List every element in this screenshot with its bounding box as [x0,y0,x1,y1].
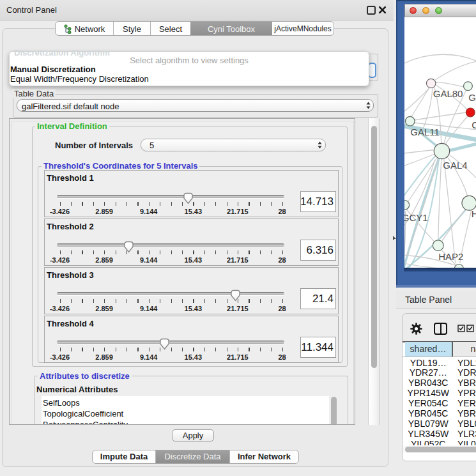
svg-text:GCY1: GCY1 [404,212,428,223]
svg-text:HAP2: HAP2 [438,251,463,262]
svg-text:C: C [472,119,476,130]
svg-text:HA: HA [471,208,476,219]
svg-text:GAL11: GAL11 [410,127,440,137]
svg-text:GA: GA [468,92,476,103]
svg-text:GAL4: GAL4 [443,160,467,171]
svg-text:GAL80: GAL80 [433,88,463,99]
